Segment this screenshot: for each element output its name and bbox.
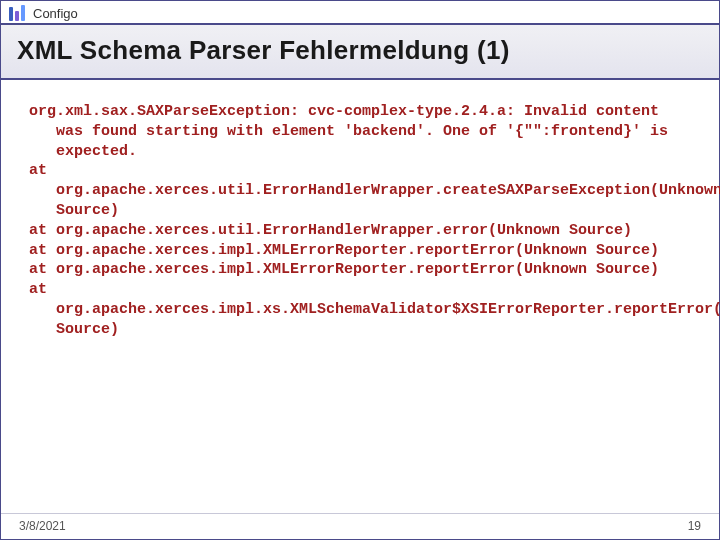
stack-trace: org.xml.sax.SAXParseException: cvc-compl… — [29, 102, 691, 340]
stack-frame: at org.apache.xerces.impl.XMLErrorReport… — [29, 260, 691, 280]
logo-icon — [9, 5, 25, 21]
stack-frame: at org.apache.xerces.impl.xs.XMLSchemaVa… — [29, 280, 691, 339]
title-bar: XML Schema Parser Fehlermeldung (1) — [1, 25, 719, 80]
topbar: Configo — [1, 1, 719, 25]
stack-frame: at org.apache.xerces.util.ErrorHandlerWr… — [29, 221, 691, 241]
slide-body: org.xml.sax.SAXParseException: cvc-compl… — [1, 80, 719, 340]
brand-label: Configo — [33, 6, 78, 21]
page-title: XML Schema Parser Fehlermeldung (1) — [17, 35, 703, 66]
footer-date: 3/8/2021 — [19, 519, 66, 533]
stack-frame: at org.apache.xerces.util.ErrorHandlerWr… — [29, 161, 691, 220]
slide: Configo XML Schema Parser Fehlermeldung … — [0, 0, 720, 540]
stack-frame: at org.apache.xerces.impl.XMLErrorReport… — [29, 241, 691, 261]
footer-page: 19 — [688, 519, 701, 533]
exception-message: org.xml.sax.SAXParseException: cvc-compl… — [29, 102, 691, 161]
footer: 3/8/2021 19 — [1, 513, 719, 539]
